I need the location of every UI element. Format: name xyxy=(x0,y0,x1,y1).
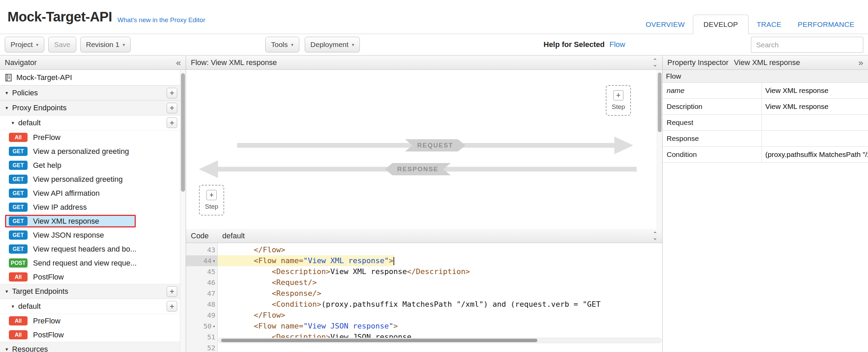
add-policy-button[interactable]: + xyxy=(167,88,177,98)
collapse-pane-icon[interactable]: ⌃ ⌄ xyxy=(653,232,657,240)
code-line-active[interactable]: <Flow name="View XML response"> xyxy=(218,255,662,266)
code-line[interactable]: <Description>View XML response</Descript… xyxy=(218,266,662,277)
property-inspector-subtitle: View XML response xyxy=(734,58,800,67)
code-line[interactable]: </Flow> xyxy=(218,244,662,255)
navigator-scrollbar-thumb[interactable] xyxy=(181,73,185,192)
nav-flow-view-xml-response-selected[interactable]: GET View XML response xyxy=(0,214,180,228)
project-menu-button[interactable]: Project ▾ xyxy=(5,37,44,52)
code-panel-header: Code default ⌃ ⌄ xyxy=(186,229,662,243)
save-button[interactable]: Save xyxy=(48,37,76,52)
line-number: 43 xyxy=(186,244,217,255)
code-line[interactable]: </Flow> xyxy=(218,310,662,321)
caret-down-icon: ▾ xyxy=(36,42,38,47)
tools-menu-button[interactable]: Tools ▾ xyxy=(265,37,299,52)
property-value[interactable] xyxy=(762,115,868,130)
code-horizontal-scrollbar-thumb[interactable] xyxy=(221,339,537,342)
navigator-header: Navigator « xyxy=(0,55,186,70)
property-value[interactable]: View XML response xyxy=(762,99,868,114)
nav-flow-target-postflow[interactable]: All PostFlow xyxy=(0,328,180,342)
nav-flow-view-personalized-greeting[interactable]: GET View personalized greeting xyxy=(0,172,180,186)
line-number: 52 xyxy=(186,342,217,352)
flow-label: View XML response xyxy=(33,217,99,226)
flow-label: PostFlow xyxy=(33,331,64,339)
nav-flow-view-api-affirmation[interactable]: GET View API affirmation xyxy=(0,186,180,200)
disclosure-triangle-icon[interactable]: ▾ xyxy=(5,105,8,111)
add-target-flow-button[interactable]: + xyxy=(167,301,177,311)
code-line[interactable]: <Response/> xyxy=(218,288,662,299)
nav-section-proxy-endpoints[interactable]: ▾ Proxy Endpoints + xyxy=(0,100,180,115)
nav-flow-view-json-response[interactable]: GET View JSON response xyxy=(0,228,180,242)
request-arrowhead-icon xyxy=(614,137,633,154)
tab-overview[interactable]: OVERVIEW xyxy=(637,15,693,34)
property-value[interactable]: (proxy.pathsuffix MatchesPath "/x xyxy=(762,147,868,162)
group-label: default xyxy=(18,302,41,311)
method-badge: All xyxy=(9,316,28,325)
property-value[interactable] xyxy=(762,131,868,146)
expand-panel-icon[interactable]: » xyxy=(858,58,863,67)
nav-flow-preflow[interactable]: All PreFlow xyxy=(0,130,180,144)
code-line[interactable]: <Flow name="View JSON response"> xyxy=(218,321,662,332)
fold-marker-icon[interactable]: ▾ xyxy=(213,258,215,263)
code-editor[interactable]: 43 44▾ 45 46 47 48 49 50▾ 51 52 </Flow> … xyxy=(186,243,662,352)
revision-menu-button[interactable]: Revision 1 ▾ xyxy=(80,37,131,52)
code-line[interactable] xyxy=(218,342,662,352)
flow-scrollbar-thumb[interactable] xyxy=(658,73,662,132)
add-proxy-endpoint-button[interactable]: + xyxy=(167,103,177,113)
response-label: RESPONSE xyxy=(385,163,451,175)
tab-develop[interactable]: DEVELOP xyxy=(693,15,748,34)
flow-label: PostFlow xyxy=(33,273,64,282)
method-badge: GET xyxy=(9,203,28,212)
nav-group-target-default[interactable]: ▾ default + xyxy=(0,299,180,314)
code-gutter: 43 44▾ 45 46 47 48 49 50▾ 51 52 xyxy=(186,243,218,352)
property-value[interactable]: View XML response xyxy=(762,83,868,98)
deployment-menu-button[interactable]: Deployment ▾ xyxy=(305,37,360,52)
response-flow-arrow: RESPONSE xyxy=(199,160,637,178)
disclosure-triangle-icon[interactable]: ▾ xyxy=(5,288,8,294)
help-flow-link[interactable]: Flow xyxy=(610,40,625,49)
nav-section-policies[interactable]: ▾ Policies + xyxy=(0,85,180,100)
chevron-down-icon: ⌄ xyxy=(653,63,657,66)
nav-flow-get-help[interactable]: GET Get help xyxy=(0,158,180,172)
section-label: Policies xyxy=(12,89,38,97)
code-line[interactable]: <Request/> xyxy=(218,277,662,288)
inspector-row-response: Response xyxy=(663,131,868,147)
nav-flow-view-a-personalized-greeting[interactable]: GET View a personalized greeting xyxy=(0,144,180,158)
navigator-tree: Mock-Target-API ▾ Policies + ▾ Proxy End… xyxy=(0,70,180,352)
disclosure-triangle-icon[interactable]: ▾ xyxy=(5,346,8,352)
add-flow-button[interactable]: + xyxy=(167,117,177,128)
nav-root-proxy[interactable]: Mock-Target-API xyxy=(0,70,180,85)
nav-flow-view-ip-address[interactable]: GET View IP address xyxy=(0,200,180,214)
collapse-panel-icon[interactable]: « xyxy=(176,58,181,67)
plus-icon: + xyxy=(613,90,623,100)
code-tab-default[interactable]: default xyxy=(222,231,245,240)
code-lines[interactable]: </Flow> <Flow name="View XML response"> … xyxy=(218,243,662,352)
code-line[interactable]: <Condition>(proxy.pathsuffix MatchesPath… xyxy=(218,299,662,310)
nav-flow-postflow[interactable]: All PostFlow xyxy=(0,270,180,284)
main-area: Navigator « Mock-Target-API xyxy=(0,55,868,352)
navigator-title: Navigator xyxy=(5,58,37,67)
tab-performance[interactable]: PERFORMANCE xyxy=(789,15,863,34)
search-input[interactable] xyxy=(751,37,863,53)
disclosure-triangle-icon[interactable]: ▾ xyxy=(5,90,8,96)
nav-section-target-endpoints[interactable]: ▾ Target Endpoints + xyxy=(0,284,180,299)
disclosure-triangle-icon[interactable]: ▾ xyxy=(12,303,14,309)
fold-marker-icon[interactable]: ▾ xyxy=(213,324,215,329)
selected-flow-highlight[interactable]: GET View XML response xyxy=(5,215,136,227)
add-step-button-response[interactable]: + Step xyxy=(199,185,224,215)
nav-group-proxy-default[interactable]: ▾ default + xyxy=(0,115,180,130)
section-label: Target Endpoints xyxy=(12,287,68,296)
collapse-pane-icon[interactable]: ⌃ ⌄ xyxy=(653,59,657,66)
add-target-endpoint-button[interactable]: + xyxy=(167,286,177,297)
nav-section-resources-partial[interactable]: ▾ Resources xyxy=(0,342,180,352)
nav-flow-target-preflow[interactable]: All PreFlow xyxy=(0,314,180,328)
disclosure-triangle-icon[interactable]: ▾ xyxy=(12,120,14,126)
add-step-button-request[interactable]: + Step xyxy=(606,85,631,116)
navigator-body: Mock-Target-API ▾ Policies + ▾ Proxy End… xyxy=(0,70,186,352)
response-arrowhead-icon xyxy=(199,160,218,178)
nav-flow-send-request[interactable]: POST Send request and view reque... xyxy=(0,256,180,270)
help-for-selected: Help for Selected Flow xyxy=(544,34,625,55)
nav-flow-view-request-headers[interactable]: GET View request headers and bo... xyxy=(0,242,180,256)
method-badge: POST xyxy=(9,258,28,268)
tab-trace[interactable]: TRACE xyxy=(749,15,790,34)
whats-new-link[interactable]: What's new in the Proxy Editor xyxy=(117,16,205,24)
